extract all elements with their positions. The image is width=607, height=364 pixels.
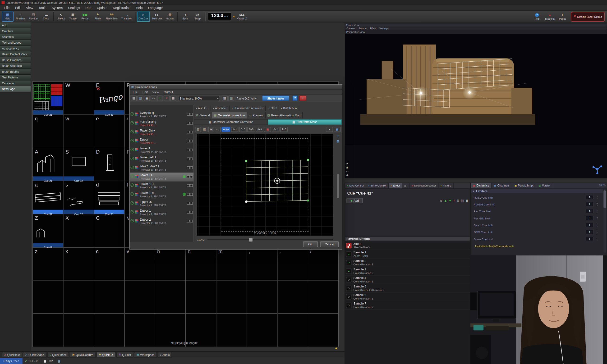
toolbar-button[interactable]: ? Help — [531, 12, 543, 22]
orbit-icon[interactable]: ⊙ — [346, 170, 349, 173]
zone-list-item[interactable]: ✓ Tower Only Projector 41 ... ▦ — [130, 128, 194, 137]
favorite-effect-item[interactable]: Sample 3 Color+Rotation Z — [345, 267, 470, 276]
toolbar-button[interactable]: ▸ One Cue — [137, 11, 150, 21]
cue-cell[interactable]: W Pango — [64, 81, 94, 115]
menu-item[interactable]: View — [24, 5, 36, 11]
zone-checkbox-2[interactable] — [190, 202, 193, 205]
cancel-button[interactable]: Cancel — [320, 242, 339, 247]
menu-item[interactable]: Registration — [110, 5, 133, 11]
cue-cell[interactable]: Pango — [308, 281, 339, 314]
cue-cell[interactable]: w Pango — [64, 115, 94, 148]
toolbar-button[interactable]: → Transition — [120, 11, 133, 21]
cue-cell[interactable]: Pango — [216, 281, 247, 314]
zone-list-item[interactable]: ✓ Tower 1 Projector 1: FB4 15473 ▦ — [130, 146, 194, 155]
effect-panel-tab[interactable]: ● Effect — [389, 183, 402, 188]
sidebar-page-item[interactable]: Canvasing — [0, 80, 31, 86]
cue-cell[interactable]: S Pango — [64, 148, 94, 181]
dialog-toolbar-icon[interactable]: ▥ — [138, 95, 143, 101]
sidebar-page-item[interactable]: ALL — [0, 23, 31, 28]
mesh-density-button[interactable]: 9x9 — [256, 127, 264, 132]
limiter-spinner[interactable]: ▴▾ — [595, 229, 599, 234]
zone-checkbox-2[interactable] — [190, 175, 193, 178]
zone-main-tab[interactable]: ▭ Preview — [247, 112, 265, 118]
limiter-value[interactable]: 1 — [586, 237, 594, 241]
menu-item[interactable]: Language — [145, 5, 166, 11]
zone-list-item[interactable]: ✓ Full Building Projector 41 ... ▦ — [130, 119, 194, 128]
cue-cell[interactable]: E Pango — [94, 81, 125, 115]
cue-cell[interactable]: Pango — [64, 281, 94, 314]
preview-3d-scene[interactable] — [345, 34, 607, 179]
sidebar-page-item[interactable]: Brush Beams — [0, 69, 31, 75]
mesh-toolbar-icon[interactable]: ▦ — [195, 127, 201, 132]
tcp-indicator[interactable]: TCP — [41, 358, 55, 364]
clipboard-icon[interactable]: ▤ — [222, 95, 228, 101]
clipboard-icon[interactable]: ▥ — [228, 95, 234, 101]
effect-panel-tab[interactable]: ● Time Control — [366, 183, 389, 188]
limiters-header[interactable]: ▼ Limiters — [471, 189, 603, 193]
limiter-spinner[interactable]: ▴▾ — [595, 215, 599, 220]
cue-cell[interactable]: Pango — [155, 281, 186, 314]
cue-cell[interactable]: q Pango — [33, 115, 64, 148]
cue-cell[interactable]: Pango — [247, 281, 278, 314]
zone-main-tab[interactable]: ⚙ General — [194, 112, 212, 118]
effect-panel-tab[interactable]: ● Notification center — [410, 183, 438, 188]
cue-cell[interactable]: Pango — [186, 281, 216, 314]
freeform-mesh-editor[interactable]: X: -14034 Y: -11964 — [197, 134, 333, 235]
menu-item[interactable]: Settings — [66, 5, 83, 11]
effect-tool-icon[interactable]: ⊕ — [440, 198, 442, 203]
limiter-spinner[interactable]: ▴▾ — [595, 208, 599, 213]
sidebar-page-item[interactable]: Brush Graphics — [0, 57, 31, 63]
mesh-view-icon[interactable]: ● — [326, 127, 333, 132]
zone-enabled-check-icon[interactable]: ✓ — [131, 174, 134, 178]
dialog-menu-item[interactable]: Edit — [140, 90, 150, 94]
dialog-toolbar-icon[interactable]: ▦ — [170, 95, 176, 101]
zone-list-item[interactable]: ✓ Zipper Projector 41 ... ▦ — [130, 137, 194, 146]
cue-cell[interactable]: b Pango — [155, 247, 186, 281]
toolbar-button[interactable]: ϟϟ Flash-Solo — [104, 11, 119, 21]
display-icon[interactable]: ▤ — [55, 360, 62, 363]
zone-checkbox-1[interactable] — [187, 131, 190, 133]
dynamics-tab[interactable]: ▥ Master — [536, 183, 553, 188]
zone-checkbox-2[interactable] — [190, 211, 193, 213]
favorite-effect-item[interactable]: Sample 6 Color+Rotation Z — [345, 292, 470, 301]
cue-cell[interactable]: Pango — [33, 81, 64, 115]
zone-enabled-check-icon[interactable]: ✓ — [131, 112, 134, 116]
zone-checkbox-1[interactable] — [187, 157, 190, 160]
effect-tool-icon[interactable]: ▲ — [444, 198, 447, 203]
bpm-display[interactable]: 120.0 BPM — [208, 12, 231, 21]
zone-checkbox-1[interactable] — [187, 220, 190, 222]
dialog-toolbar-icon[interactable]: × — [164, 95, 170, 101]
sidebar-page-item[interactable]: Brush Abstracts — [0, 63, 31, 69]
zone-checkbox-2[interactable] — [190, 220, 193, 222]
toolbar-button[interactable]: ▦ Grid — [2, 11, 13, 21]
cue-cell[interactable]: , Pango — [247, 247, 278, 281]
sun-icon[interactable]: ☀ — [346, 162, 349, 165]
mesh-toolbar-icon[interactable]: ▣ — [208, 127, 214, 132]
mesh-zoom-slider[interactable] — [207, 239, 333, 240]
zone-list-item[interactable]: ✓ Everything Projector 1: FB4 15473 ▦ — [130, 110, 194, 119]
zone-checkbox-1[interactable] — [187, 202, 190, 205]
cue-cell[interactable]: n Pango — [186, 247, 216, 281]
cue-cell[interactable]: v Pango — [125, 247, 155, 281]
target-icon[interactable]: ◉ — [346, 166, 349, 169]
cue-cell[interactable]: A Pango — [33, 148, 64, 181]
dialog-toolbar-icon[interactable]: ▭ — [151, 95, 156, 101]
favorite-effect-item[interactable]: Sample 5 Color+Mirror X+Rotation Z — [345, 284, 470, 292]
mesh-axis-button[interactable]: 0x1 — [272, 127, 279, 132]
limiter-spinner[interactable]: ▴▾ — [595, 236, 599, 241]
mesh-zoom-handle[interactable] — [249, 238, 252, 242]
zone-checkbox-1[interactable] — [187, 122, 190, 124]
zoom-icon[interactable]: ⊕ — [336, 139, 339, 143]
cue-cell[interactable]: z Pango — [33, 247, 64, 281]
limiter-value[interactable]: 1 — [586, 223, 594, 227]
cue-cell[interactable]: e Pango — [94, 115, 125, 148]
dialog-menu-item[interactable]: Output — [161, 90, 175, 94]
preview-menu-item[interactable]: Effect — [368, 27, 378, 30]
quick-tool-tab[interactable]: A QuickText — [2, 352, 22, 358]
menu-item[interactable]: Help — [133, 5, 145, 11]
zone-checkbox-1[interactable] — [187, 140, 190, 142]
toolbar-button[interactable]: ● Blackout — [544, 12, 556, 22]
mesh-density-button[interactable]: 5x5 — [248, 127, 255, 132]
cue-cell[interactable]: Z Pango — [33, 214, 64, 247]
cue-cell[interactable]: a Pango — [33, 181, 64, 214]
